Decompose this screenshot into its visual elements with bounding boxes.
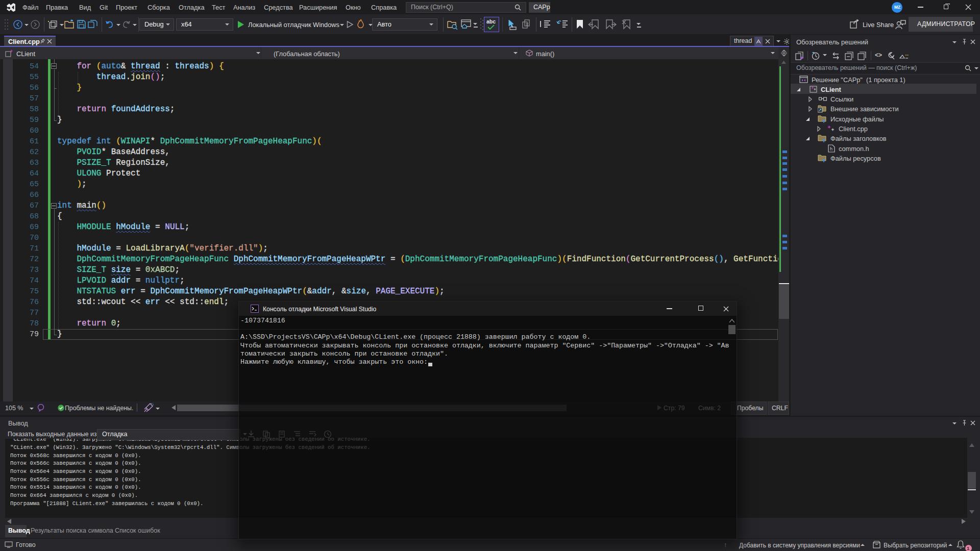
svg-text:h: h <box>830 146 832 152</box>
